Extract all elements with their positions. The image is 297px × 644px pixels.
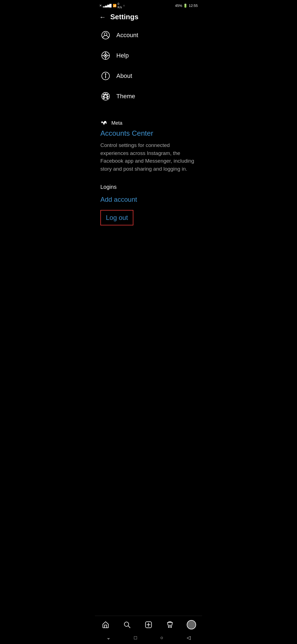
account-icon	[100, 30, 111, 40]
meta-logo-row: Meta	[100, 120, 197, 126]
page-title: Settings	[110, 13, 139, 21]
logout-button[interactable]: Log out	[100, 210, 133, 225]
svg-point-20	[103, 96, 104, 97]
account-label: Account	[116, 32, 138, 39]
svg-point-15	[105, 94, 106, 95]
status-bar: ✕ ▂▄▆█ 📶 0K/s ○ 45% 🔋 12:55	[95, 0, 202, 10]
help-icon	[100, 50, 111, 61]
battery-percent: 45%	[175, 4, 182, 8]
status-left: ✕ ▂▄▆█ 📶 0K/s ○	[99, 2, 125, 9]
help-label: Help	[116, 52, 129, 59]
logins-header: Logins	[100, 184, 197, 190]
settings-header: ← Settings	[95, 10, 202, 25]
accounts-center-link[interactable]: Accounts Center	[100, 129, 197, 138]
theme-label: Theme	[116, 93, 135, 100]
svg-point-19	[103, 98, 105, 99]
about-icon	[100, 71, 111, 81]
svg-point-4	[105, 55, 106, 56]
logins-section: Logins Add account Log out	[95, 177, 202, 225]
menu-item-account[interactable]: Account	[95, 25, 202, 45]
status-right: 45% 🔋 12:55	[175, 4, 198, 8]
svg-point-1	[104, 33, 107, 36]
svg-point-16	[107, 94, 108, 95]
accounts-center-description: Control settings for connected experienc…	[100, 141, 197, 173]
meta-logo-icon	[100, 120, 109, 126]
signal-icon: ✕	[99, 4, 102, 7]
menu-item-help[interactable]: Help	[95, 45, 202, 66]
settings-menu: Account Help About	[95, 25, 202, 107]
svg-point-13	[104, 95, 107, 98]
battery-icon: 🔋	[183, 4, 188, 8]
wifi-icon: 📶	[113, 4, 117, 7]
meta-logo-text: Meta	[111, 120, 122, 126]
section-divider	[95, 107, 202, 114]
menu-item-theme[interactable]: Theme	[95, 86, 202, 107]
theme-icon	[100, 91, 111, 102]
about-label: About	[116, 72, 132, 80]
back-button[interactable]: ←	[99, 13, 106, 21]
svg-point-14	[103, 94, 105, 95]
data-speed: 0K/s	[118, 2, 122, 9]
data-icon: ○	[123, 4, 125, 7]
svg-point-11	[105, 74, 106, 75]
menu-item-about[interactable]: About	[95, 66, 202, 86]
signal-bars: ▂▄▆█	[103, 4, 112, 7]
meta-accounts-section: Meta Accounts Center Control settings fo…	[95, 114, 202, 177]
time-display: 12:55	[189, 4, 198, 8]
svg-point-18	[107, 98, 108, 99]
add-account-button[interactable]: Add account	[100, 196, 137, 203]
svg-point-17	[107, 96, 108, 97]
